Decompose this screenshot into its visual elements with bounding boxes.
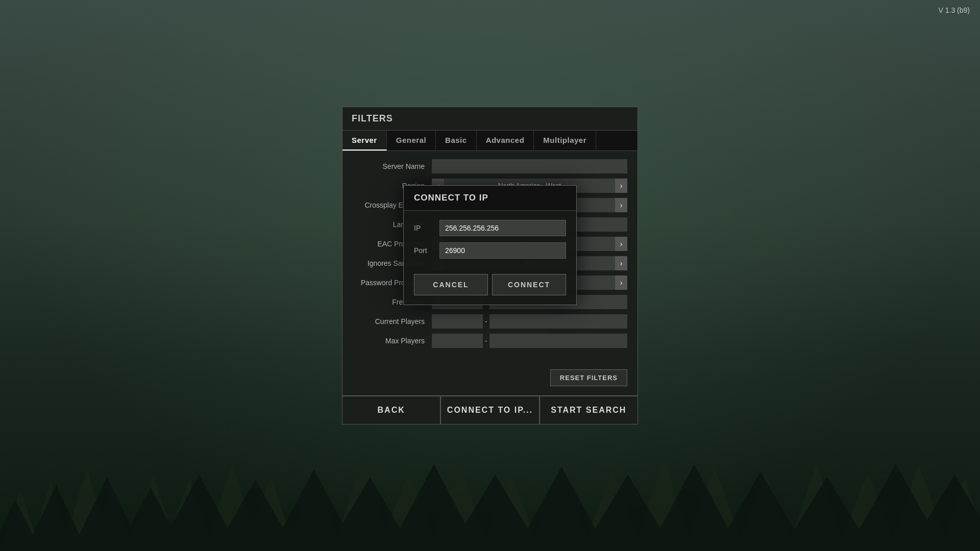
current-players-max-input[interactable] [489,314,627,329]
connect-to-ip-dialog: CONNECT TO IP IP Port CANCEL CONNECT [403,185,577,305]
ip-input[interactable] [439,220,566,236]
current-players-range: - [432,314,627,329]
tab-general[interactable]: General [387,131,436,151]
eac-next-button[interactable]: › [615,237,627,251]
ip-label: IP [414,224,439,232]
back-button[interactable]: BACK [342,396,440,424]
ip-field-row: IP [414,220,566,236]
connect-to-ip-footer-button[interactable]: CONNECT TO IP... [440,396,539,424]
max-players-min-input[interactable] [432,334,483,348]
max-players-label: Max Players [353,337,432,345]
dialog-body: IP Port [404,211,576,274]
bottom-bar: RESET FILTERS [342,361,638,395]
port-field-row: Port [414,242,566,259]
filters-header: FILTERS [342,107,638,131]
server-name-label: Server Name [353,162,432,170]
current-players-min-input[interactable] [432,314,483,329]
tabs-bar: Server General Basic Advanced Multiplaye… [342,131,638,151]
tab-server[interactable]: Server [342,131,387,151]
server-name-row: Server Name [353,159,627,173]
version-label: V 1.3 (b9) [939,6,970,14]
tab-basic[interactable]: Basic [436,131,477,151]
dialog-title: CONNECT TO IP [404,186,576,211]
port-input[interactable] [439,242,566,259]
max-players-row: Max Players - [353,334,627,348]
max-players-max-input[interactable] [489,334,627,348]
dialog-buttons: CANCEL CONNECT [404,274,576,305]
max-players-sep: - [485,337,487,345]
current-players-label: Current Players [353,317,432,325]
password-protected-next-button[interactable]: › [615,276,627,290]
start-search-button[interactable]: START SEARCH [540,396,638,424]
server-name-input[interactable] [432,159,627,173]
current-players-sep: - [485,317,487,325]
footer-buttons: BACK CONNECT TO IP... START SEARCH [342,396,638,424]
max-players-range: - [432,334,627,348]
dialog-cancel-button[interactable]: CANCEL [414,274,488,295]
ignores-sanctions-next-button[interactable]: › [615,256,627,270]
reset-filters-button[interactable]: RESET FILTERS [550,369,627,386]
crossplay-next-button[interactable]: › [615,198,627,212]
current-players-row: Current Players - [353,314,627,329]
port-label: Port [414,246,439,255]
region-next-button[interactable]: › [615,179,627,193]
dialog-connect-button[interactable]: CONNECT [492,274,566,295]
tab-multiplayer[interactable]: Multiplayer [534,131,596,151]
tab-advanced[interactable]: Advanced [477,131,534,151]
